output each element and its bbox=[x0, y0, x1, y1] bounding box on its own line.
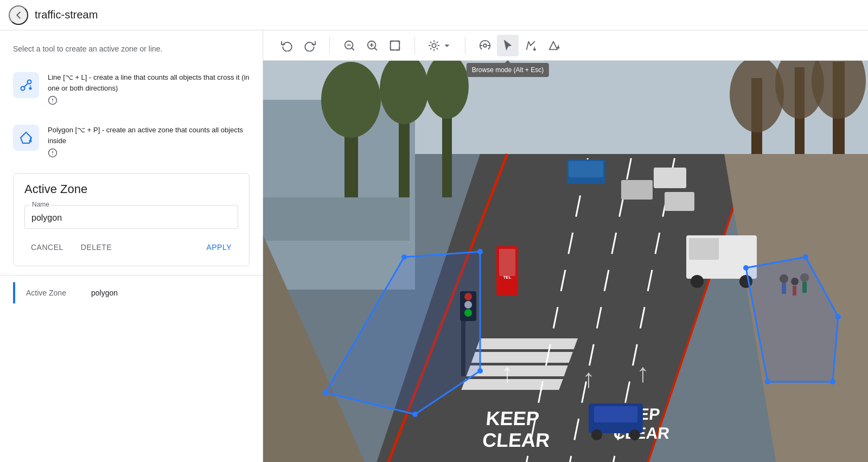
name-label: Name bbox=[30, 201, 52, 208]
back-button[interactable] bbox=[9, 5, 28, 25]
svg-text:TEL: TEL bbox=[503, 275, 511, 280]
polygon-tool-help[interactable] bbox=[48, 148, 58, 158]
page-title: traffic-stream bbox=[35, 9, 98, 21]
left-panel: Select a tool to create an active zone o… bbox=[0, 30, 263, 462]
svg-line-17 bbox=[352, 48, 354, 50]
divider-2 bbox=[414, 37, 415, 54]
svg-point-83 bbox=[591, 429, 602, 440]
line-tool-help[interactable] bbox=[48, 95, 58, 105]
svg-rect-87 bbox=[654, 168, 686, 188]
svg-text:CLEAR: CLEAR bbox=[482, 429, 551, 451]
name-field-container: Name bbox=[24, 205, 238, 229]
svg-point-98 bbox=[401, 254, 407, 260]
name-input[interactable] bbox=[24, 205, 238, 229]
svg-text:KEEP: KEEP bbox=[485, 407, 540, 429]
zone-list-item[interactable]: Active Zone polygon bbox=[0, 275, 263, 310]
svg-rect-88 bbox=[665, 192, 694, 211]
line-tool-label: Line [⌥ + L] - create a line that counts… bbox=[48, 72, 250, 93]
traffic-canvas: KEEP CLEAR KEEP CLEAR ↑ ↑ ↑ bbox=[263, 61, 868, 462]
svg-point-24 bbox=[432, 43, 436, 47]
divider-3 bbox=[465, 37, 465, 54]
svg-point-104 bbox=[803, 254, 808, 260]
svg-rect-60 bbox=[476, 338, 578, 349]
svg-point-97 bbox=[323, 390, 328, 395]
mode-group: Browse mode (Alt + Esc) bbox=[470, 35, 569, 56]
form-actions: CANCEL DELETE APPLY bbox=[24, 238, 238, 257]
svg-rect-89 bbox=[621, 180, 653, 200]
brightness-group bbox=[419, 35, 461, 56]
browse-mode-button[interactable] bbox=[497, 35, 519, 56]
undo-redo-group bbox=[272, 35, 325, 56]
line-tool-icon-box bbox=[13, 72, 39, 98]
polyline-button[interactable] bbox=[520, 35, 541, 56]
svg-rect-82 bbox=[594, 406, 637, 422]
svg-rect-61 bbox=[471, 352, 573, 363]
zone-list-name: polygon bbox=[91, 288, 118, 297]
polygon-tool-icon-box bbox=[13, 125, 39, 151]
polygon-tool-text: Polygon [⌥ + P] - create an active zone … bbox=[48, 125, 250, 160]
svg-point-99 bbox=[477, 249, 483, 254]
toolbar: Browse mode (Alt + Esc) bbox=[263, 30, 868, 61]
active-zone-form: Active Zone Name CANCEL DELETE APPLY bbox=[13, 173, 250, 266]
svg-point-1 bbox=[28, 80, 31, 84]
svg-text:↑: ↑ bbox=[582, 364, 595, 393]
svg-point-0 bbox=[21, 87, 25, 91]
polygon-tool-item[interactable]: Polygon [⌥ + P] - create an active zone … bbox=[0, 116, 263, 169]
svg-point-79 bbox=[691, 275, 704, 288]
svg-line-20 bbox=[374, 48, 376, 50]
main-container: Select a tool to create an active zone o… bbox=[0, 30, 868, 462]
svg-text:↑: ↑ bbox=[501, 358, 514, 387]
svg-point-84 bbox=[629, 429, 640, 440]
svg-rect-86 bbox=[569, 161, 603, 177]
zone-indicator bbox=[13, 282, 15, 304]
svg-point-103 bbox=[743, 265, 749, 271]
redo-button[interactable] bbox=[299, 35, 321, 56]
svg-rect-75 bbox=[499, 249, 515, 276]
line-tool-text: Line [⌥ + L] - create a line that counts… bbox=[48, 72, 250, 107]
fit-button[interactable] bbox=[384, 35, 406, 56]
brightness-button[interactable] bbox=[424, 35, 456, 56]
polygon-add-button[interactable] bbox=[542, 35, 564, 56]
svg-line-2 bbox=[24, 84, 28, 87]
cancel-button[interactable]: CANCEL bbox=[24, 238, 70, 257]
line-tool-item[interactable]: Line [⌥ + L] - create a line that counts… bbox=[0, 63, 263, 116]
svg-rect-78 bbox=[689, 238, 719, 260]
svg-text:↑: ↑ bbox=[636, 358, 649, 387]
svg-point-25 bbox=[483, 44, 487, 47]
svg-point-106 bbox=[830, 379, 835, 384]
zoom-group bbox=[334, 35, 410, 56]
instruction-text: Select a tool to create an active zone o… bbox=[0, 30, 263, 63]
undo-button[interactable] bbox=[276, 35, 298, 56]
svg-point-105 bbox=[835, 314, 841, 319]
app-header: traffic-stream bbox=[0, 0, 868, 30]
svg-point-101 bbox=[412, 412, 418, 417]
svg-point-100 bbox=[477, 368, 483, 374]
polygon-tool-label: Polygon [⌥ + P] - create an active zone … bbox=[48, 125, 250, 146]
svg-rect-37 bbox=[263, 197, 410, 241]
svg-point-39 bbox=[321, 62, 381, 138]
apply-button[interactable]: APPLY bbox=[200, 238, 238, 257]
active-zone-title: Active Zone bbox=[24, 182, 238, 196]
zoom-out-button[interactable] bbox=[339, 35, 360, 56]
canvas-area[interactable]: KEEP CLEAR KEEP CLEAR ↑ ↑ ↑ bbox=[263, 61, 868, 462]
zoom-in-button[interactable] bbox=[361, 35, 383, 56]
magnet-button[interactable] bbox=[474, 35, 496, 56]
zone-list-label: Active Zone bbox=[26, 288, 91, 297]
svg-rect-23 bbox=[391, 41, 400, 50]
delete-button[interactable]: DELETE bbox=[74, 238, 118, 257]
svg-point-107 bbox=[765, 379, 770, 384]
right-panel: Browse mode (Alt + Esc) bbox=[263, 30, 868, 462]
divider-1 bbox=[329, 37, 330, 54]
